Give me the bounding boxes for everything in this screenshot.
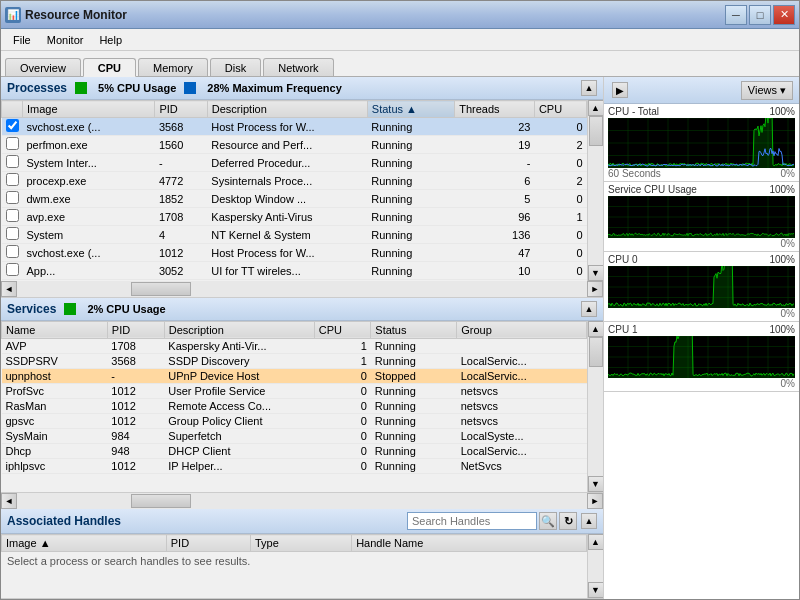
handles-empty-text: Select a process or search handles to se…	[7, 555, 250, 567]
search-button[interactable]: 🔍	[539, 512, 557, 530]
table-row[interactable]: svchost.exe (... 1012 Host Process for W…	[2, 244, 587, 262]
svc-hscroll-track[interactable]	[17, 493, 587, 509]
services-scrollbar[interactable]: ▲ ▼	[587, 321, 603, 492]
cpu-total-min: 0%	[781, 168, 795, 179]
row-threads: -	[455, 154, 535, 172]
table-row[interactable]: procexp.exe 4772 Sysinternals Proce... R…	[2, 172, 587, 190]
menu-file[interactable]: File	[5, 32, 39, 48]
table-row[interactable]: dwm.exe 1852 Desktop Window ... Running …	[2, 190, 587, 208]
row-threads: 47	[455, 244, 535, 262]
row-checkbox[interactable]	[2, 118, 23, 136]
svc-col-group[interactable]: Group	[457, 321, 587, 338]
col-pid[interactable]: PID	[155, 101, 207, 118]
table-row[interactable]: gpsvc 1012 Group Policy Client 0 Running…	[2, 413, 587, 428]
table-row[interactable]: upnphost - UPnP Device Host 0 Stopped Lo…	[2, 368, 587, 383]
tab-disk[interactable]: Disk	[210, 58, 261, 76]
table-row[interactable]: svchost.exe (... 3568 Host Process for W…	[2, 118, 587, 136]
svc-scroll-down[interactable]: ▼	[588, 476, 604, 492]
processes-scrollbar[interactable]: ▲ ▼	[587, 100, 603, 281]
svc-hscroll-right[interactable]: ►	[587, 493, 603, 509]
minimize-button[interactable]: ─	[725, 5, 747, 25]
cpu1-chart-section: CPU 1 100% 0%	[604, 322, 799, 392]
row-desc: Kaspersky Anti-Virus	[207, 208, 367, 226]
col-status[interactable]: Status ▲	[367, 101, 454, 118]
table-row[interactable]: RasMan 1012 Remote Access Co... 0 Runnin…	[2, 398, 587, 413]
svc-col-name[interactable]: Name	[2, 321, 108, 338]
row-checkbox[interactable]	[2, 172, 23, 190]
hscroll-right[interactable]: ►	[587, 281, 603, 297]
hcol-pid[interactable]: PID	[166, 535, 250, 552]
table-row[interactable]: avp.exe 1708 Kaspersky Anti-Virus Runnin…	[2, 208, 587, 226]
svc-col-status[interactable]: Status	[371, 321, 457, 338]
handles-section: Associated Handles 🔍 ↻ ▲ Image ▲	[1, 509, 603, 599]
hcol-handle-name[interactable]: Handle Name	[352, 535, 587, 552]
tab-cpu[interactable]: CPU	[83, 58, 136, 77]
refresh-button[interactable]: ↻	[559, 512, 577, 530]
row-checkbox[interactable]	[2, 190, 23, 208]
maximize-button[interactable]: □	[749, 5, 771, 25]
row-checkbox[interactable]	[2, 226, 23, 244]
services-collapse[interactable]: ▲	[581, 301, 597, 317]
table-row[interactable]: ProfSvc 1012 User Profile Service 0 Runn…	[2, 383, 587, 398]
tab-memory[interactable]: Memory	[138, 58, 208, 76]
table-row[interactable]: iphlpsvc 1012 IP Helper... 0 Running Net…	[2, 458, 587, 473]
row-checkbox[interactable]	[2, 208, 23, 226]
svc-cpu-label: 2% CPU Usage	[87, 303, 165, 315]
tab-network[interactable]: Network	[263, 58, 333, 76]
table-row[interactable]: AVP 1708 Kaspersky Anti-Vir... 1 Running	[2, 338, 587, 353]
menu-monitor[interactable]: Monitor	[39, 32, 92, 48]
hscroll-track[interactable]	[17, 281, 587, 297]
services-section: Services 2% CPU Usage ▲ Name PID	[1, 298, 603, 509]
search-handles-input[interactable]	[407, 512, 537, 530]
svc-col-cpu[interactable]: CPU	[314, 321, 371, 338]
services-hscroll[interactable]: ◄ ►	[1, 492, 603, 508]
row-checkbox[interactable]	[2, 136, 23, 154]
nav-arrow-button[interactable]: ▶	[612, 82, 628, 98]
table-row[interactable]: perfmon.exe 1560 Resource and Perf... Ru…	[2, 136, 587, 154]
processes-stats: 5% CPU Usage 28% Maximum Frequency	[75, 82, 342, 94]
close-button[interactable]: ✕	[773, 5, 795, 25]
row-image: System	[23, 226, 155, 244]
table-row[interactable]: System 4 NT Kernel & System Running 136 …	[2, 226, 587, 244]
processes-collapse[interactable]: ▲	[581, 80, 597, 96]
col-cpu[interactable]: CPU	[534, 101, 586, 118]
svc-hscroll-thumb[interactable]	[131, 494, 191, 508]
table-row[interactable]: Dhcp 948 DHCP Client 0 Running LocalServ…	[2, 443, 587, 458]
table-row[interactable]: System Inter... - Deferred Procedur... R…	[2, 154, 587, 172]
col-threads[interactable]: Threads	[455, 101, 535, 118]
scroll-down-btn[interactable]: ▼	[588, 265, 604, 281]
processes-hscroll[interactable]: ◄ ►	[1, 281, 603, 297]
svc-scroll-thumb[interactable]	[589, 337, 603, 367]
row-checkbox[interactable]	[2, 154, 23, 172]
row-status: Running	[367, 154, 454, 172]
svc-scroll-track[interactable]	[588, 337, 604, 476]
svc-cpu-indicator	[64, 303, 76, 315]
scroll-thumb[interactable]	[589, 116, 603, 146]
table-row[interactable]: App... 3052 UI for TT wireles... Running…	[2, 262, 587, 280]
svc-row-name: SysMain	[2, 428, 108, 443]
svc-col-desc[interactable]: Description	[164, 321, 314, 338]
hcol-type[interactable]: Type	[250, 535, 351, 552]
hcol-image[interactable]: Image ▲	[2, 535, 167, 552]
h-scroll-up[interactable]: ▲	[588, 534, 604, 550]
h-scroll-track[interactable]	[588, 550, 604, 582]
table-row[interactable]: SysMain 984 Superfetch 0 Running LocalSy…	[2, 428, 587, 443]
hscroll-left[interactable]: ◄	[1, 281, 17, 297]
handles-scrollbar[interactable]: ▲ ▼	[587, 534, 603, 598]
tab-overview[interactable]: Overview	[5, 58, 81, 76]
views-button[interactable]: Views ▾	[741, 81, 793, 100]
table-row[interactable]: SSDPSRV 3568 SSDP Discovery 1 Running Lo…	[2, 353, 587, 368]
hscroll-thumb[interactable]	[131, 282, 191, 296]
svc-hscroll-left[interactable]: ◄	[1, 493, 17, 509]
row-checkbox[interactable]	[2, 244, 23, 262]
scroll-track[interactable]	[588, 116, 604, 265]
row-checkbox[interactable]	[2, 262, 23, 280]
col-description[interactable]: Description	[207, 101, 367, 118]
scroll-up-btn[interactable]: ▲	[588, 100, 604, 116]
col-image[interactable]: Image	[23, 101, 155, 118]
svc-col-pid[interactable]: PID	[107, 321, 164, 338]
handles-collapse[interactable]: ▲	[581, 513, 597, 529]
h-scroll-down[interactable]: ▼	[588, 582, 604, 598]
menu-help[interactable]: Help	[91, 32, 130, 48]
svc-scroll-up[interactable]: ▲	[588, 321, 604, 337]
